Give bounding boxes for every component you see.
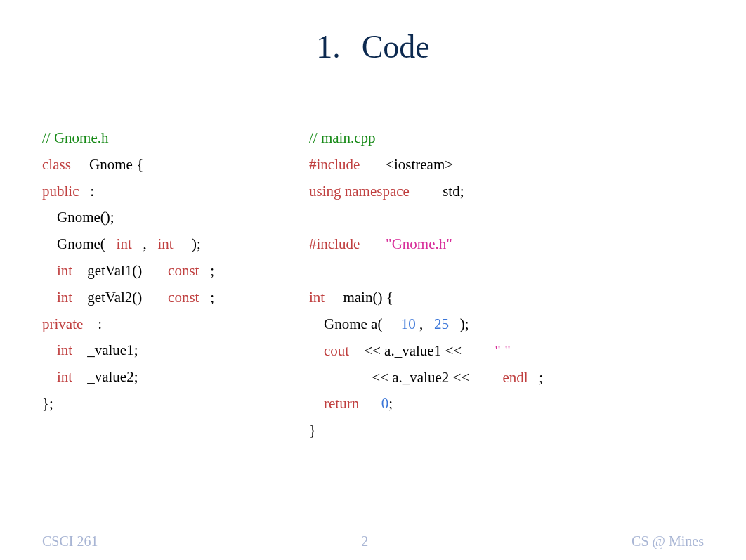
keyword: return xyxy=(324,395,359,412)
code-line: using namespace std; xyxy=(309,178,704,205)
code-text: std; xyxy=(443,183,464,200)
code-text: Gnome { xyxy=(89,156,143,173)
keyword: class xyxy=(42,156,71,173)
code-text: ; xyxy=(210,289,214,306)
code-text: : xyxy=(90,183,94,200)
code-line: int _value1; xyxy=(42,337,302,364)
code-line: Gnome(); xyxy=(42,204,302,231)
number-literal: 0 xyxy=(381,395,389,412)
code-line: int main() { xyxy=(309,285,704,311)
keyword: int xyxy=(57,341,72,358)
code-container: // Gnome.h class Gnome { public : Gnome(… xyxy=(0,125,746,444)
code-line: // Gnome.h xyxy=(42,125,302,152)
code-line: cout << a._value1 << " " xyxy=(309,338,704,365)
code-block-left: // Gnome.h class Gnome { public : Gnome(… xyxy=(42,125,302,444)
code-line: int getVal1() const ; xyxy=(42,258,302,285)
blank-line xyxy=(309,258,704,285)
code-line: #include <iostream> xyxy=(309,152,704,178)
code-line: Gnome a( 10 , 25 ); xyxy=(309,311,704,338)
code-line: } xyxy=(309,417,704,444)
keyword: public xyxy=(42,183,79,200)
code-line: Gnome( int , int ); xyxy=(42,231,302,258)
code-text: Gnome a( xyxy=(309,315,382,332)
code-text: , xyxy=(419,315,423,332)
code-text: <iostream> xyxy=(386,156,453,173)
title-text: Code xyxy=(362,29,430,65)
number-literal: 25 xyxy=(434,315,449,332)
code-text: _value1; xyxy=(87,341,138,358)
keyword: const xyxy=(168,262,199,279)
code-text: ); xyxy=(460,315,469,332)
code-text: Gnome( xyxy=(42,235,105,252)
code-line: // main.cpp xyxy=(309,125,704,152)
keyword: int xyxy=(57,368,72,385)
title-number: 1. xyxy=(316,29,341,65)
blank-line xyxy=(309,204,704,231)
code-text: }; xyxy=(42,395,53,412)
code-line: return 0; xyxy=(309,391,704,417)
footer-page-number: 2 xyxy=(361,533,368,549)
comment: // main.cpp xyxy=(309,129,375,146)
code-text: } xyxy=(309,422,316,438)
keyword: int xyxy=(309,289,325,306)
code-text: ; xyxy=(539,369,543,386)
keyword: endl xyxy=(502,369,528,386)
code-text: : xyxy=(98,315,102,332)
keyword: const xyxy=(168,289,199,306)
code-text: << a._value2 << xyxy=(372,369,469,386)
footer-right: CS @ Mines xyxy=(632,533,704,549)
keyword: private xyxy=(42,315,83,332)
code-line: public : xyxy=(42,178,302,205)
footer: CSCI 261 2 CS @ Mines xyxy=(0,533,746,549)
code-line: }; xyxy=(42,391,302,417)
code-line: private : xyxy=(42,311,302,338)
code-text: , xyxy=(143,235,147,252)
code-text: Gnome(); xyxy=(42,209,114,226)
keyword: int xyxy=(117,235,132,252)
code-text: ; xyxy=(388,395,393,412)
keyword: #include xyxy=(309,235,360,252)
footer-left: CSCI 261 xyxy=(42,533,98,549)
comment: // Gnome.h xyxy=(42,129,109,146)
code-line: #include "Gnome.h" xyxy=(309,231,704,258)
keyword: int xyxy=(57,262,72,279)
keyword: using namespace xyxy=(309,183,410,200)
code-text: << a._value1 << xyxy=(364,342,462,359)
code-line: int getVal2() const ; xyxy=(42,285,302,311)
code-text: main() { xyxy=(343,289,393,306)
code-text: ; xyxy=(210,262,214,279)
code-line: class Gnome { xyxy=(42,152,302,178)
keyword: int xyxy=(158,235,174,252)
code-text: getVal2() xyxy=(87,289,142,306)
keyword: #include xyxy=(309,156,360,173)
code-line: << a._value2 << endl ; xyxy=(309,365,704,391)
keyword: cout xyxy=(324,342,349,359)
code-text: ); xyxy=(192,235,201,252)
code-line: int _value2; xyxy=(42,364,302,391)
string-literal: " " xyxy=(495,342,510,359)
string-literal: "Gnome.h" xyxy=(386,235,452,252)
keyword: int xyxy=(57,289,72,306)
slide-title: 1.Code xyxy=(0,28,746,65)
code-block-right: // main.cpp #include <iostream> using na… xyxy=(302,125,704,444)
code-text: getVal1() xyxy=(87,262,142,279)
number-literal: 10 xyxy=(401,315,416,332)
code-text: _value2; xyxy=(87,368,138,385)
